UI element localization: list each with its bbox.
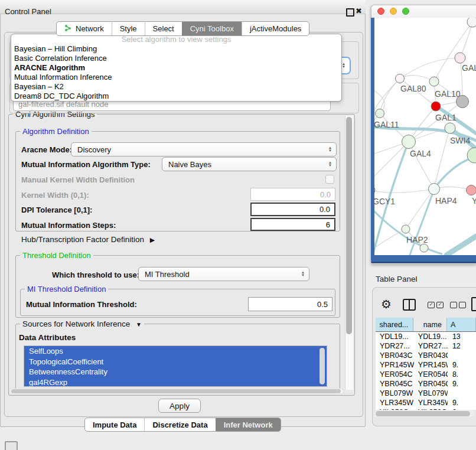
mi-threshold-group-title: MI Threshold Definition <box>25 285 108 294</box>
column-header-shared-name[interactable]: shared... <box>376 318 413 331</box>
network-edge-highlighted <box>446 236 476 255</box>
dpi-tolerance-field[interactable]: 0.0 <box>250 203 335 216</box>
network-node[interactable] <box>467 18 476 27</box>
tab-jactivemodules[interactable]: jActiveModules <box>242 22 309 35</box>
table-row[interactable]: YBR043CYBR043C <box>376 351 476 360</box>
show-columns-icon[interactable] <box>403 299 416 311</box>
table-cell: YLR345W <box>414 398 448 407</box>
control-panel-titlebar <box>0 0 366 14</box>
minimize-traffic-light-icon[interactable] <box>390 8 397 15</box>
table-row[interactable]: YBR045CYBR045C9. <box>376 379 476 389</box>
combo-spinner-icon: ▲▼ <box>301 268 305 281</box>
which-threshold-label: Which threshold to use: <box>52 270 139 279</box>
network-node[interactable] <box>457 96 469 108</box>
network-node[interactable] <box>402 225 410 233</box>
column-header-a[interactable]: A <box>447 318 476 331</box>
float-panel-icon[interactable] <box>346 8 354 17</box>
sources-title: Sources for Network Inference <box>22 319 130 328</box>
tab-cyni-toolbox[interactable]: Cyni Toolbox <box>182 22 242 35</box>
close-icon[interactable]: ✖ <box>356 6 362 15</box>
table-cell: YBR043C <box>414 351 448 360</box>
zoom-traffic-light-icon[interactable] <box>402 8 409 15</box>
deselect-all-checkbox-icon[interactable] <box>450 302 457 308</box>
table-cell: YDL19... <box>376 332 414 341</box>
select-all-checkbox-icon[interactable]: ✓ <box>428 302 435 308</box>
network-node-label: GAL2 <box>462 63 476 73</box>
table-cell: 13 <box>448 332 476 341</box>
data-attribute-item[interactable]: TopologicalCoefficient <box>24 357 327 367</box>
select-all-checkbox-icon-2[interactable]: ✓ <box>436 302 444 308</box>
algorithm-option[interactable]: Basic Correlation Inference <box>11 54 341 63</box>
mi-type-combo[interactable]: Naive Bayes ▲▼ <box>162 157 337 171</box>
table-hscrollbar-thumb[interactable] <box>376 411 470 416</box>
network-node[interactable] <box>376 109 384 118</box>
which-threshold-combo[interactable]: MI Threshold ▲▼ <box>138 267 309 281</box>
data-attribute-item[interactable]: gal4RGexp <box>24 377 327 387</box>
manual-kernel-checkbox[interactable] <box>325 175 334 184</box>
settings-hscrollbar-track[interactable] <box>9 388 344 394</box>
screen: Control Panel ✖ Network Style Select C <box>0 0 476 450</box>
tab-infer-network[interactable]: Infer Network <box>216 418 281 431</box>
table-row[interactable]: YPR145WYPR145W9. <box>376 360 476 370</box>
network-node[interactable] <box>429 77 439 86</box>
kernel-width-field[interactable]: 0.0 <box>250 188 335 201</box>
network-node[interactable] <box>402 135 416 149</box>
data-attribute-item[interactable]: SelfLoops <box>24 346 327 357</box>
data-attribute-item[interactable]: BetweennessCentrality <box>24 367 327 377</box>
table-row[interactable]: YBL079WYBL079W <box>376 389 476 398</box>
gear-icon[interactable]: ⚙ <box>381 297 392 311</box>
tab-select[interactable]: Select <box>145 22 182 35</box>
sources-section-toggle[interactable]: Sources for Network Inference ▼ <box>20 319 144 328</box>
network-node[interactable] <box>431 102 441 111</box>
data-attributes-list[interactable]: SelfLoopsTopologicalCoefficientBetweenne… <box>24 345 327 387</box>
table-body: YDL19...YDL19...13YDR27...YDR27...12YBR0… <box>376 332 476 410</box>
attributes-scrollbar-thumb[interactable] <box>319 348 325 384</box>
network-node[interactable] <box>455 53 465 63</box>
network-node[interactable] <box>420 244 428 252</box>
network-node[interactable] <box>467 148 476 163</box>
tab-infer-network-label: Infer Network <box>224 420 273 429</box>
network-canvas[interactable]: GAL2GAL80GAL10GAL1GAL11SWI4GAL4GCY1HAP4Y… <box>374 18 476 255</box>
network-edge <box>374 142 409 180</box>
algorithm-option[interactable]: ARACNE Algorithm <box>11 63 341 73</box>
settings-hscrollbar-thumb[interactable] <box>11 389 341 393</box>
table-row[interactable]: YER054CYER054C8. <box>376 370 476 379</box>
algorithm-option[interactable]: Mutual Information Inference <box>11 73 341 82</box>
table-cell: 9. <box>448 360 476 370</box>
table-cell: 8. <box>448 370 476 379</box>
table-row[interactable]: YDL19...YDL19...13 <box>376 332 476 341</box>
table-row[interactable]: YDR27...YDR27...12 <box>376 341 476 351</box>
minimized-panel-icon[interactable] <box>5 441 18 450</box>
network-node-label: GAL4 <box>410 149 431 158</box>
table-cell: YBL079W <box>414 389 448 398</box>
algorithm-option[interactable]: Bayesian – K2 <box>11 82 341 92</box>
tab-impute-data[interactable]: Impute Data <box>85 418 144 431</box>
tab-discretize-data[interactable]: Discretize Data <box>144 418 215 431</box>
tab-style[interactable]: Style <box>112 22 145 35</box>
apply-button[interactable]: Apply <box>158 399 201 413</box>
algorithm-option[interactable]: Dream8 DC_TDC Algorithm <box>11 92 341 101</box>
algorithm-definition-title: Algorithm Definition <box>20 127 92 136</box>
settings-vscrollbar-thumb[interactable] <box>346 117 352 334</box>
table-hscrollbar-track[interactable] <box>374 410 475 417</box>
network-node[interactable] <box>429 184 440 195</box>
close-traffic-light-icon[interactable] <box>377 8 384 15</box>
column-header-name[interactable]: name <box>413 318 447 331</box>
manual-kernel-label: Manual Kernel Width Definition <box>21 175 135 184</box>
table-cell: YDL19... <box>414 332 448 341</box>
network-node[interactable] <box>467 185 476 195</box>
mi-threshold-field[interactable]: 0.5 <box>248 297 332 311</box>
network-node[interactable] <box>445 123 455 133</box>
table-row[interactable]: YLR345WYLR345W9. <box>376 398 476 407</box>
aracne-mode-combo[interactable]: Discovery ▲▼ <box>71 142 337 156</box>
deselect-all-checkbox-icon-2[interactable] <box>459 302 466 308</box>
network-node[interactable] <box>374 185 375 195</box>
export-table-icon[interactable] <box>471 297 476 311</box>
network-node-label: GAL80 <box>400 84 426 93</box>
network-window-titlebar[interactable] <box>371 5 476 18</box>
network-node[interactable] <box>396 74 405 83</box>
algorithm-option[interactable]: Bayesian – Hill Climbing <box>11 44 341 54</box>
hub-section-toggle[interactable]: Hub/Transcription Factor Definition ▶ <box>21 235 155 244</box>
mi-steps-field[interactable]: 6 <box>250 218 335 231</box>
tab-network[interactable]: Network <box>57 22 112 35</box>
